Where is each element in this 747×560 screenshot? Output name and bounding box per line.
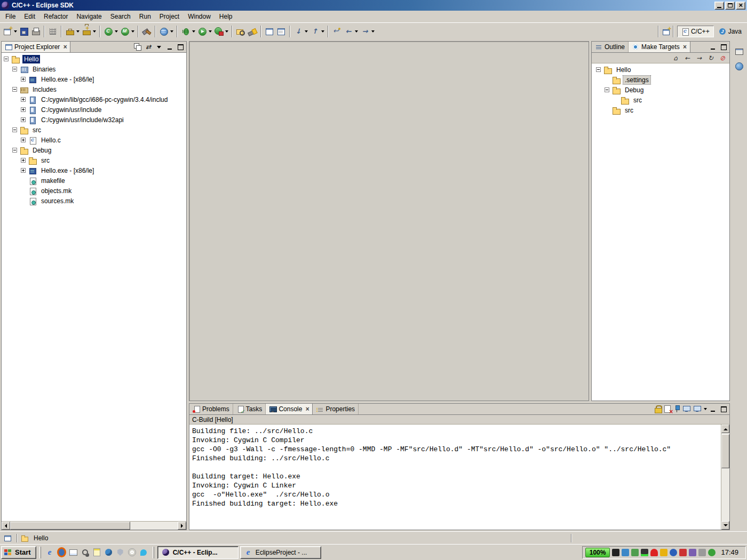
update-icon[interactable] [670, 549, 677, 556]
dropdown-icon[interactable] [192, 30, 195, 33]
tree-item[interactable]: objects.mk [2, 186, 186, 196]
antivirus-icon[interactable] [650, 549, 658, 556]
firefox-icon[interactable] [57, 548, 66, 557]
back-button[interactable]: ← [343, 25, 359, 38]
minimize-view-icon[interactable] [708, 42, 718, 52]
dropdown-icon[interactable] [115, 30, 118, 33]
maximize-view-icon[interactable] [719, 404, 728, 414]
maximize-view-icon[interactable] [176, 42, 185, 52]
expander-icon[interactable] [21, 77, 26, 82]
dropdown-icon[interactable] [131, 30, 134, 33]
horizontal-scrollbar[interactable] [2, 521, 186, 530]
vpn-icon[interactable] [689, 549, 696, 556]
tab-tasks[interactable]: Tasks [233, 404, 266, 414]
build-config-button[interactable] [102, 25, 119, 38]
tab-project-explorer[interactable]: Project Explorer [2, 42, 70, 52]
web-browser-button[interactable] [158, 25, 174, 38]
start-button[interactable]: Start [1, 546, 36, 559]
previous-annotation-button[interactable]: ↑ [309, 25, 325, 38]
link-with-editor-icon[interactable] [144, 42, 153, 52]
task-button-explorer[interactable]: EclipseProject - ... [240, 546, 321, 559]
tab-make-targets[interactable]: Make Targets [629, 42, 690, 52]
tree-item[interactable]: C:/cygwin/usr/include [2, 105, 186, 115]
dropdown-icon[interactable] [225, 30, 228, 33]
new-c-project-button[interactable] [64, 25, 81, 38]
scroll-lock-icon[interactable] [653, 404, 663, 414]
close-button[interactable] [736, 2, 745, 10]
menu-navigate[interactable]: Navigate [72, 11, 106, 22]
performance-icon[interactable] [641, 549, 648, 556]
expander-icon[interactable] [21, 97, 26, 102]
menu-help[interactable]: Help [215, 11, 237, 22]
tree-item[interactable]: sources.mk [2, 196, 186, 206]
expander-icon[interactable] [21, 138, 26, 142]
scrollbar-thumb[interactable] [721, 434, 729, 468]
hide-icon[interactable]: ⊘ [718, 53, 727, 63]
tree-item[interactable]: Hello [2, 54, 186, 64]
dropdown-icon[interactable] [76, 30, 80, 33]
firewall-icon[interactable] [679, 549, 687, 556]
maximize-view-icon[interactable] [719, 42, 728, 52]
open-element-button[interactable] [47, 25, 59, 38]
messenger-icon[interactable] [139, 548, 148, 557]
scroll-up-icon[interactable] [721, 425, 729, 433]
power-icon[interactable] [708, 549, 716, 556]
open-perspective-button[interactable] [661, 25, 671, 38]
forward-icon[interactable]: → [694, 53, 704, 63]
menu-edit[interactable]: Edit [20, 11, 39, 22]
expander-icon[interactable] [12, 67, 17, 71]
dropdown-icon[interactable] [704, 408, 707, 410]
dropdown-icon[interactable] [170, 30, 173, 33]
expander-icon[interactable] [12, 127, 17, 132]
usb-icon[interactable] [698, 549, 706, 556]
minimize-button[interactable] [714, 2, 724, 10]
tab-problems[interactable]: Problems [189, 404, 233, 414]
tree-item[interactable]: src [2, 125, 186, 135]
tab-properties[interactable]: Properties [313, 404, 359, 414]
menu-file[interactable]: File [1, 11, 20, 22]
taskbar-grip[interactable] [153, 547, 154, 558]
vertical-scrollbar[interactable] [721, 425, 729, 530]
tree-item[interactable]: Debug [592, 85, 729, 95]
network-icon[interactable] [631, 549, 639, 556]
dropdown-icon[interactable] [305, 30, 308, 33]
window-titlebar[interactable]: C/C++ - Eclipse SDK [0, 0, 747, 11]
dropdown-icon[interactable] [321, 30, 324, 33]
home-icon[interactable]: ⌂ [671, 53, 680, 63]
search-button[interactable] [247, 25, 258, 38]
expander-icon[interactable] [21, 117, 26, 122]
browser-icon[interactable] [104, 548, 113, 557]
tree-item[interactable]: .settings [592, 75, 729, 85]
back-icon[interactable]: ← [682, 53, 692, 63]
tree-item[interactable]: Hello.exe - [x86/le] [2, 74, 186, 84]
open-console-button[interactable] [692, 404, 708, 414]
display-console-icon[interactable] [682, 404, 692, 414]
tree-item[interactable]: Binaries [2, 64, 186, 74]
make-target-button[interactable] [119, 25, 136, 38]
new-wizard-button[interactable] [2, 25, 18, 38]
expander-icon[interactable] [596, 67, 601, 72]
scroll-down-icon[interactable] [721, 521, 729, 530]
save-button[interactable] [18, 25, 30, 38]
security-icon[interactable] [116, 548, 125, 557]
ie-icon[interactable] [45, 548, 54, 557]
tree-item[interactable]: src [2, 155, 186, 165]
volume-icon[interactable] [612, 549, 619, 556]
clear-console-icon[interactable] [663, 404, 672, 414]
scrollbar-track[interactable] [10, 522, 178, 530]
console-output[interactable]: Building file: ../src/Hello.c Invoking: … [189, 425, 721, 530]
tree-item[interactable]: Includes [2, 84, 186, 94]
next-annotation-button[interactable]: ↓ [292, 25, 309, 38]
tree-item[interactable]: C:/cygwin/usr/include/w32api [2, 115, 186, 125]
tree-item[interactable]: Hello [592, 65, 729, 75]
taskbar-grip[interactable] [39, 547, 41, 558]
expander-icon[interactable] [12, 87, 17, 92]
perspective-tab-cpp[interactable]: C/C++ [677, 26, 714, 37]
minimize-view-icon[interactable] [165, 42, 174, 52]
view-menu-icon[interactable] [154, 42, 164, 52]
welcome-icon[interactable] [734, 61, 744, 71]
scroll-right-icon[interactable] [178, 522, 186, 530]
menu-run[interactable]: Run [135, 11, 155, 22]
menu-project[interactable]: Project [155, 11, 184, 22]
menu-window[interactable]: Window [184, 11, 215, 22]
